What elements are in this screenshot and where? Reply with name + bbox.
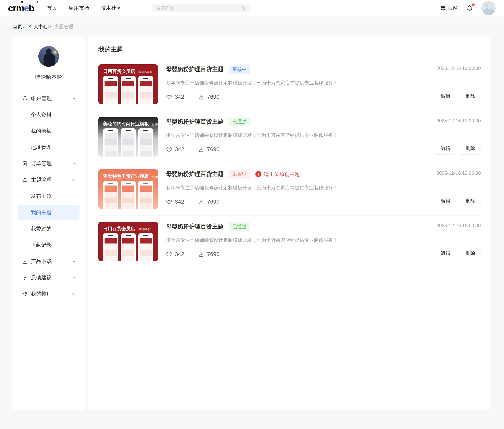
star-icon <box>22 177 28 183</box>
phone-mockup <box>138 76 153 104</box>
phone-mockup <box>103 181 118 209</box>
nav-item-tech-community[interactable]: 技术社区 <box>101 5 121 11</box>
phone-mockups <box>103 233 153 261</box>
sidebar-item-label: 订单管理 <box>31 160 52 167</box>
downloads-stat: 7690 <box>198 251 219 257</box>
breadcrumb: 首页> 个人中心> 主题管理 <box>13 23 504 30</box>
nav-item-home[interactable]: 首页 <box>47 5 57 11</box>
phone-mockup <box>103 233 118 261</box>
crmeb-logo[interactable]: crmeb ® <box>8 3 34 14</box>
thumbnail-heading: 日用百货会员店 设计模板精选 <box>98 64 158 74</box>
theme-title: 母婴奶粉护理百货主题 <box>166 65 224 73</box>
delete-button[interactable]: 删除 <box>460 90 481 102</box>
theme-description: 多年来专注于店铺装修设计定制模板开发，已为十万余家店铺提供专业装修服务！ <box>166 184 435 191</box>
globe-icon <box>440 5 446 11</box>
sidebar-item-label: 反馈建议 <box>31 274 52 281</box>
sidebar-item-label: 我的余额 <box>31 128 52 134</box>
sidebar-item-theme-management[interactable]: 主题管理 <box>12 172 85 188</box>
heart-icon <box>166 199 172 205</box>
sidebar-item-label: 产品下载 <box>31 258 52 265</box>
breadcrumb-personal-center[interactable]: 个人中心 <box>29 24 48 29</box>
theme-card: 美妆简约时尚行业模板 设计模板精选 母婴奶粉护理百货主题 已通过 多年来专注于店… <box>98 111 481 163</box>
sidebar-item-my-balance[interactable]: 我的余额 <box>12 123 85 139</box>
phone-mockup <box>138 233 153 261</box>
logo-text-end: b <box>29 3 34 13</box>
search-icon[interactable] <box>241 5 246 11</box>
sidebar-item-label: 我赞过的 <box>31 225 52 232</box>
avatar-silhouette <box>44 53 55 67</box>
theme-thumbnail[interactable]: 日用百货会员店 设计模板精选 <box>98 222 158 261</box>
reject-note: ! 请上传原创主题 <box>255 171 300 178</box>
sidebar-item-account-management[interactable]: 帐户管理 <box>12 90 85 106</box>
theme-thumbnail[interactable]: 零食特色干货行业模板 设计模板精选 <box>98 169 158 209</box>
thumbnail-subtitle: 设计模板精选 <box>151 175 158 178</box>
edit-button[interactable]: 编辑 <box>435 142 456 155</box>
search-box[interactable] <box>151 4 250 12</box>
downloads-stat: 7690 <box>198 94 219 100</box>
sidebar-item-label: 主题管理 <box>31 176 52 183</box>
sidebar-item-label: 我的主题 <box>31 209 52 216</box>
breadcrumb-separator: > <box>23 24 26 29</box>
theme-thumbnail[interactable]: 日用百货会员店 设计模板精选 <box>98 64 158 104</box>
search-input[interactable] <box>156 6 241 11</box>
sidebar-item-my-themes[interactable]: 我的主题 <box>18 205 80 220</box>
thumbnail-heading: 美妆简约时尚行业模板 设计模板精选 <box>98 117 158 127</box>
delete-button[interactable]: 删除 <box>460 247 481 259</box>
likes-count: 342 <box>175 251 184 257</box>
sidebar-item-personal-profile[interactable]: 个人资料 <box>12 106 85 123</box>
sidebar-item-order-management[interactable]: 订单管理 <box>12 155 85 172</box>
status-badge: 已通过 <box>229 118 250 126</box>
heart-icon <box>166 94 172 100</box>
user-avatar[interactable] <box>481 1 496 15</box>
theme-card: 零食特色干货行业模板 设计模板精选 母婴奶粉护理百货主题 未通过 ! 请上传原创… <box>98 163 481 216</box>
theme-card-info: 母婴奶粉护理百货主题 审核中 多年来专注于店铺装修设计定制模板开发，已为十万余家… <box>158 64 435 104</box>
nav-item-app-market[interactable]: 应用市场 <box>69 5 89 11</box>
thumbnail-title: 日用百货会员店 <box>103 226 135 231</box>
profile-block: 哇哈哈本哈 <box>12 46 85 81</box>
sidebar-item-publish-theme[interactable]: 发布主题 <box>12 188 85 204</box>
sidebar-item-download-history[interactable]: 下载记录 <box>12 237 85 253</box>
downloads-stat: 7690 <box>198 146 219 153</box>
theme-stats: 342 7690 <box>166 251 435 257</box>
sidebar-item-my-promotion[interactable]: 我的推广 <box>12 286 85 302</box>
sidebar-item-label: 帐户管理 <box>31 95 52 102</box>
chevron-down-icon <box>71 259 76 264</box>
likes-stat: 342 <box>166 199 184 205</box>
downloads-count: 7690 <box>207 146 219 153</box>
sidebar-item-address-management[interactable]: 地址管理 <box>12 139 85 155</box>
notification-dot <box>472 3 475 6</box>
warning-icon: ! <box>255 171 261 177</box>
avatar-placeholder-icon <box>481 1 496 15</box>
theme-title: 母婴奶粉护理百货主题 <box>166 223 224 231</box>
theme-thumbnail[interactable]: 美妆简约时尚行业模板 设计模板精选 <box>98 117 158 157</box>
theme-stats: 342 7690 <box>166 94 435 100</box>
sidebar-item-my-likes[interactable]: 我赞过的 <box>12 220 85 237</box>
edit-button[interactable]: 编辑 <box>435 195 456 207</box>
reject-note-text: 请上传原创主题 <box>264 171 300 178</box>
order-icon <box>22 160 28 167</box>
delete-button[interactable]: 删除 <box>460 142 481 155</box>
theme-date: 2025-12-16 12:00:00 <box>436 66 481 71</box>
edit-button[interactable]: 编辑 <box>435 247 456 259</box>
official-site-link[interactable]: 官网 <box>440 5 458 11</box>
theme-card: 日用百货会员店 设计模板精选 母婴奶粉护理百货主题 已通过 多年来专注于店铺装修… <box>98 216 481 268</box>
theme-card-info: 母婴奶粉护理百货主题 未通过 ! 请上传原创主题 多年来专注于店铺装修设计定制模… <box>158 169 435 209</box>
notification-bell[interactable] <box>466 5 473 12</box>
sidebar-item-feedback[interactable]: 反馈建议 <box>12 269 85 286</box>
theme-card-info: 母婴奶粉护理百货主题 已通过 多年来专注于店铺装修设计定制模板开发，已为十万余家… <box>158 117 435 157</box>
edit-button[interactable]: 编辑 <box>435 90 456 102</box>
profile-avatar[interactable] <box>38 46 59 67</box>
theme-card-right: 2025-12-16 12:00:00 编辑 删除 <box>435 222 481 261</box>
page-title: 我的主题 <box>98 45 481 54</box>
delete-button[interactable]: 删除 <box>460 195 481 207</box>
thumbnail-heading: 零食特色干货行业模板 设计模板精选 <box>98 169 158 179</box>
thumbnail-title: 零食特色干货行业模板 <box>103 174 149 179</box>
download-icon <box>198 199 204 205</box>
official-site-label: 官网 <box>448 5 458 11</box>
sidebar-item-product-download[interactable]: 产品下载 <box>12 253 85 269</box>
theme-card-right: 2025-12-16 12:00:00 编辑 删除 <box>435 117 481 157</box>
feedback-icon <box>22 274 28 281</box>
downloads-count: 7690 <box>207 251 219 257</box>
theme-card-right: 2025-12-16 12:00:00 编辑 删除 <box>435 64 481 104</box>
breadcrumb-home[interactable]: 首页 <box>13 24 22 29</box>
